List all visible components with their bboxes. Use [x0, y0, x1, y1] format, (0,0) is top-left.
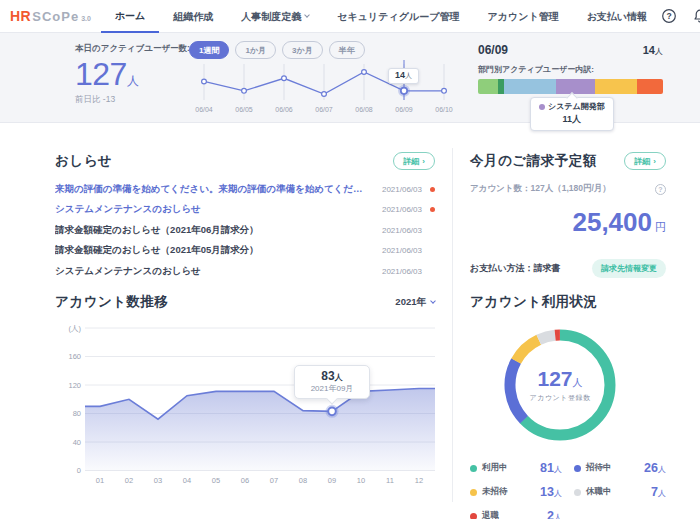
donut-segment — [500, 325, 620, 445]
usage-title: アカウント利用状況 — [470, 293, 666, 311]
logo-version: 3.0 — [81, 15, 91, 22]
svg-text:(人): (人) — [69, 324, 82, 333]
notices-detail-button[interactable]: 詳細› — [393, 152, 435, 170]
period-pill[interactable]: 半年 — [329, 41, 365, 59]
notice-title[interactable]: 請求金額確定のおしらせ（2021年05月請求分） — [55, 244, 372, 257]
legend-label: 休職中 — [586, 486, 612, 498]
bar-segment[interactable] — [556, 79, 595, 94]
period-pill[interactable]: 3か月 — [282, 41, 323, 59]
period-pill[interactable]: 1週間 — [189, 41, 229, 59]
nav-icons: ? — [661, 8, 700, 24]
donut-svg — [500, 325, 620, 445]
legend-item: 利用中81人 — [470, 461, 562, 475]
unread-dot-icon — [430, 207, 435, 212]
account-trend-section: アカウント数推移 2021年 (人)1601208040001020304050… — [55, 293, 435, 494]
notice-row[interactable]: 請求金額確定のおしらせ（2021年05月請求分）2021/06/03 — [55, 241, 435, 262]
usage-donut-chart[interactable]: 127人 アカウント登録数 — [500, 325, 620, 445]
notice-date: 2021/06/03 — [382, 185, 422, 194]
nav-item-label: アカウント管理 — [487, 1, 558, 32]
bell-icon[interactable] — [692, 8, 700, 24]
svg-text:0: 0 — [77, 466, 81, 475]
svg-text:09: 09 — [328, 476, 336, 485]
svg-text:05: 05 — [212, 476, 220, 485]
active-users-delta: 前日比 -13 — [75, 94, 183, 106]
legend-label: 招待中 — [586, 462, 612, 474]
trend-title: アカウント数推移 — [55, 293, 169, 311]
billing-account-line: アカウント数：127人（1,180円/月） — [470, 183, 611, 195]
change-billing-button[interactable]: 請求先情報変更 — [592, 259, 666, 278]
svg-text:11: 11 — [386, 476, 394, 485]
active-users-count: 127人 — [75, 58, 183, 90]
nav-item-link[interactable]: 組織作成 — [159, 0, 227, 33]
svg-text:06/07: 06/07 — [315, 106, 333, 113]
trend-chart[interactable]: (人)16012080400010203040506070809101112 8… — [55, 315, 435, 494]
donut-segment — [500, 325, 620, 445]
selected-point — [328, 408, 336, 416]
period-pill[interactable]: 1か月 — [235, 41, 276, 59]
svg-text:08: 08 — [299, 476, 307, 485]
bar-segment[interactable] — [478, 79, 498, 94]
svg-text:06/05: 06/05 — [235, 106, 253, 113]
notice-title[interactable]: 請求金額確定のおしらせ（2021年06月請求分） — [55, 224, 372, 237]
billing-detail-button[interactable]: 詳細› — [624, 152, 666, 170]
svg-text:?: ? — [666, 11, 671, 21]
notices-section: おしらせ 詳細› 来期の評価の準備を始めてください。来期の評価の準備を始めてくだ… — [55, 152, 435, 282]
chevron-down-icon — [305, 12, 311, 18]
payment-method: お支払い方法：請求書 — [470, 262, 560, 275]
nav-item-link[interactable]: 人事制度定義 — [227, 0, 323, 33]
notice-title[interactable]: 来期の評価の準備を始めてください。来期の評価の準備を始めてください。来期... — [55, 183, 372, 196]
nav-item-active[interactable]: ホーム — [101, 0, 159, 33]
app-logo[interactable]: HR SCoPe 3.0 — [10, 8, 91, 24]
legend-dot-icon — [470, 489, 477, 496]
top-nav: HR SCoPe 3.0 ホーム組織作成人事制度定義セキュリティグループ管理アカ… — [0, 0, 700, 33]
nav-item-link[interactable]: アカウント管理 — [473, 0, 572, 33]
help-icon[interactable]: ? — [661, 8, 677, 24]
billing-help-icon[interactable]: ? — [655, 184, 666, 195]
data-point — [442, 88, 447, 93]
svg-text:03: 03 — [154, 476, 162, 485]
selected-point — [401, 88, 407, 94]
legend-value: 81人 — [540, 461, 562, 475]
notice-title[interactable]: システムメンテナンスのおしらせ — [55, 265, 372, 278]
svg-text:10: 10 — [357, 476, 365, 485]
week-chart[interactable]: 06/0406/0506/0606/0706/0806/0906/10 14人 — [189, 60, 467, 122]
trend-tooltip: 83人 2021年09月 — [294, 365, 370, 399]
legend-item: 招待中26人 — [574, 461, 666, 475]
nav-item-label: 人事制度定義 — [241, 1, 301, 32]
notice-row[interactable]: システムメンテナンスのおしらせ2021/06/03 — [55, 200, 435, 221]
nav-item-label: セキュリティグループ管理 — [337, 1, 459, 32]
breakdown-stacked-bar[interactable] — [478, 79, 663, 94]
nav-item-link[interactable]: お支払い情報 — [573, 0, 661, 33]
notice-row[interactable]: 来期の評価の準備を始めてください。来期の評価の準備を始めてください。来期...2… — [55, 179, 435, 200]
column-divider — [452, 148, 453, 502]
chevron-down-icon — [430, 298, 436, 304]
data-point — [202, 79, 207, 84]
legend-item: 退職2人 — [470, 509, 562, 519]
bar-segment[interactable] — [595, 79, 638, 94]
svg-text:06/10: 06/10 — [435, 106, 453, 113]
legend-dot-icon — [470, 513, 477, 519]
legend-value: 13人 — [540, 485, 562, 499]
year-selector[interactable]: 2021年 — [395, 296, 435, 309]
notice-title[interactable]: システムメンテナンスのおしらせ — [55, 203, 372, 216]
svg-text:04: 04 — [183, 476, 191, 485]
breakdown-total: 14人 — [643, 44, 663, 57]
arrow-right-icon: › — [653, 157, 656, 166]
svg-text:02: 02 — [125, 476, 133, 485]
svg-text:12: 12 — [415, 476, 423, 485]
notice-row[interactable]: 請求金額確定のおしらせ（2021年06月請求分）2021/06/03 — [55, 220, 435, 241]
legend-label: 利用中 — [482, 462, 508, 474]
notice-date: 2021/06/03 — [382, 246, 422, 255]
active-users-label: 本日のアクティブユーザー数: — [75, 43, 183, 55]
nav-item-link[interactable]: セキュリティグループ管理 — [323, 0, 473, 33]
logo-hr: HR — [10, 8, 31, 24]
legend-label: 退職 — [482, 510, 499, 519]
nav-items: ホーム組織作成人事制度定義セキュリティグループ管理アカウント管理お支払い情報 — [101, 0, 661, 33]
legend-value: 2人 — [547, 509, 562, 519]
svg-text:01: 01 — [96, 476, 104, 485]
data-point — [362, 70, 367, 75]
bar-segment[interactable] — [637, 79, 663, 94]
bar-segment[interactable] — [504, 79, 556, 94]
notice-row[interactable]: システムメンテナンスのおしらせ2021/06/03 — [55, 261, 435, 282]
tooltip-dot — [539, 104, 545, 110]
